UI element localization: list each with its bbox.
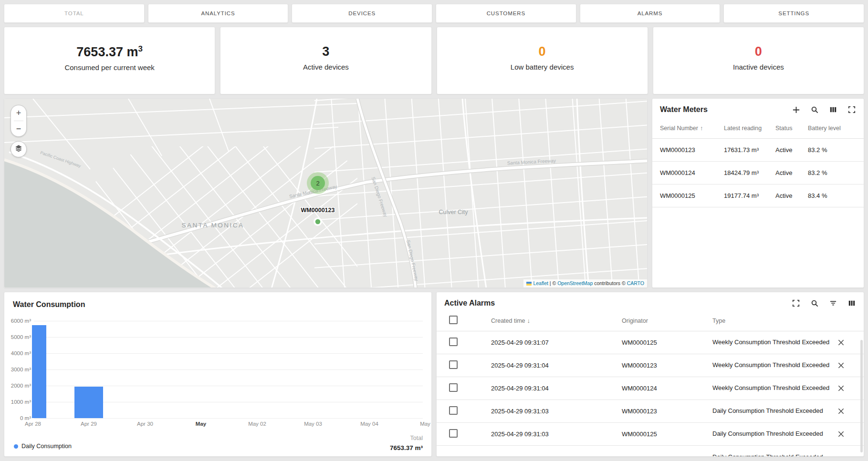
leaflet-link[interactable]: Leaflet bbox=[533, 280, 548, 286]
row-checkbox[interactable] bbox=[449, 429, 458, 438]
scrollbar-thumb[interactable] bbox=[860, 340, 863, 452]
ukraine-flag-icon bbox=[526, 282, 532, 286]
tab-devices[interactable]: DEVICES bbox=[292, 4, 432, 23]
fullscreen-icon[interactable] bbox=[847, 105, 856, 114]
table-row[interactable]: WM0000124 18424.79 m³ Active 83.2 % bbox=[652, 162, 864, 184]
openstreetmap-link[interactable]: OpenStreetMap bbox=[557, 280, 593, 286]
columns-icon[interactable] bbox=[847, 299, 856, 307]
tab-alarms[interactable]: ALARMS bbox=[580, 4, 721, 23]
table-row[interactable]: WM0000123 17631.73 m³ Active 83.2 % bbox=[652, 139, 864, 162]
clear-alarm-button[interactable] bbox=[835, 429, 847, 440]
zoom-out-button[interactable]: − bbox=[11, 121, 26, 136]
alarms-column-headers: Created time↓ Originator Type bbox=[437, 310, 864, 331]
kpi-row: 7653.37 m3 Consumed per current week 3 A… bbox=[4, 27, 864, 94]
tab-customers[interactable]: CUSTOMERS bbox=[436, 4, 576, 23]
dashboard-state-tabs: TOTAL ANALYTICS DEVICES CUSTOMERS ALARMS… bbox=[4, 4, 864, 23]
tab-total-label: TOTAL bbox=[64, 10, 84, 16]
tab-customers-label: CUSTOMERS bbox=[487, 10, 525, 16]
map-canvas[interactable]: Pacific Coast Highway Santa Monica Freew… bbox=[4, 99, 648, 288]
alarm-row[interactable]: 2025-04-29 09:31:04 WM0000124 Weekly Con… bbox=[437, 377, 864, 400]
total-label: Total bbox=[390, 435, 423, 441]
tab-settings[interactable]: SETTINGS bbox=[723, 4, 864, 23]
city-label-santa-monica: SANTA MONICA bbox=[181, 222, 244, 229]
alarm-row[interactable]: 2025-04-29 09:31:03 WM0000125 Daily Cons… bbox=[437, 423, 864, 446]
table-row[interactable]: WM0000125 19177.74 m³ Active 83.4 % bbox=[652, 184, 864, 207]
alarms-header: Active Alarms bbox=[437, 292, 864, 307]
row-checkbox[interactable] bbox=[449, 338, 458, 346]
y-tick: 2000 m³ bbox=[6, 383, 31, 389]
cell-type: Daily Consumption Threshold Exceeded bbox=[712, 407, 835, 415]
chart-total: Total 7653.37 m³ bbox=[390, 435, 423, 451]
fullscreen-icon[interactable] bbox=[792, 299, 800, 307]
tab-total[interactable]: TOTAL bbox=[4, 4, 145, 23]
layers-icon bbox=[14, 144, 23, 154]
chart-legend[interactable]: Daily Consumption bbox=[14, 443, 72, 450]
clear-alarm-button[interactable] bbox=[835, 360, 847, 371]
x-tick: May 04 bbox=[349, 421, 389, 427]
add-entity-button[interactable] bbox=[792, 105, 800, 114]
water-meters-header: Water Meters bbox=[652, 99, 864, 114]
alarms-title: Active Alarms bbox=[444, 299, 495, 307]
devices-map[interactable]: Pacific Coast Highway Santa Monica Freew… bbox=[4, 98, 648, 288]
cell-originator: WM0000125 bbox=[622, 430, 712, 438]
attribution-sep1: | © bbox=[548, 280, 557, 286]
cell-created-time: 2025-04-29 09:31:03 bbox=[491, 408, 622, 415]
kpi-active-label: Active devices bbox=[303, 63, 349, 71]
water-meters-widget: Water Meters Serial Number↑ Latest readi… bbox=[652, 98, 864, 288]
cell-battery: 83.2 % bbox=[808, 169, 856, 176]
clear-alarm-button[interactable] bbox=[835, 383, 847, 394]
filter-icon[interactable] bbox=[829, 299, 837, 307]
cell-type: Daily Consumption Threshold Exceeded bbox=[712, 453, 835, 457]
tab-analytics[interactable]: ANALYTICS bbox=[148, 4, 289, 23]
map-layers-button[interactable] bbox=[10, 141, 27, 157]
water-meters-actions bbox=[792, 105, 856, 114]
columns-icon[interactable] bbox=[829, 105, 837, 114]
column-battery-level[interactable]: Battery level bbox=[808, 125, 856, 132]
clear-alarm-button[interactable] bbox=[835, 337, 847, 348]
column-latest-reading[interactable]: Latest reading bbox=[724, 125, 775, 132]
y-tick: 3000 m³ bbox=[6, 367, 31, 372]
cell-type: Daily Consumption Threshold Exceeded bbox=[712, 430, 835, 438]
column-serial-number[interactable]: Serial Number↑ bbox=[660, 124, 724, 132]
cell-created-time: 2025-04-29 09:31:04 bbox=[491, 362, 622, 369]
alarm-row[interactable]: 2025-04-29 09:31:07 WM0000125 Weekly Con… bbox=[437, 331, 864, 354]
search-icon[interactable] bbox=[810, 105, 819, 114]
cell-originator: WM0000123 bbox=[622, 408, 712, 415]
cluster-marker[interactable]: 2 bbox=[307, 172, 329, 194]
city-label-culver-city: Culver City bbox=[439, 209, 468, 215]
column-status[interactable]: Status bbox=[775, 125, 808, 132]
cell-type: Weekly Consumption Threshold Exceeded bbox=[712, 384, 835, 392]
kpi-active-value: 3 bbox=[322, 45, 329, 58]
kpi-consumed-value: 7653.37 m3 bbox=[76, 45, 143, 59]
sort-desc-icon: ↓ bbox=[527, 317, 531, 324]
bar-apr-29[interactable] bbox=[74, 387, 103, 418]
column-created-time[interactable]: Created time↓ bbox=[491, 317, 622, 324]
zoom-in-button[interactable]: + bbox=[11, 105, 26, 121]
x-tick: May 03 bbox=[293, 421, 333, 427]
clear-alarm-button[interactable] bbox=[835, 406, 847, 417]
alarm-row[interactable]: 2025-04-29 09:31:03 WM0000123 Daily Cons… bbox=[437, 400, 864, 423]
sort-asc-icon: ↑ bbox=[700, 124, 703, 132]
alarm-row[interactable]: 2025-04-29 09:31:04 WM0000123 Weekly Con… bbox=[437, 354, 864, 377]
bar-apr-28[interactable] bbox=[32, 325, 46, 419]
total-value: 7653.37 m³ bbox=[390, 444, 423, 451]
search-icon[interactable] bbox=[810, 299, 819, 307]
row-checkbox[interactable] bbox=[449, 360, 458, 369]
carto-link[interactable]: CARTO bbox=[627, 280, 644, 286]
select-all-checkbox[interactable] bbox=[449, 316, 458, 324]
cell-battery: 83.4 % bbox=[808, 192, 856, 199]
kpi-inactive-devices: 0 Inactive devices bbox=[653, 27, 864, 94]
cell-originator: WM0000123 bbox=[622, 362, 712, 369]
y-tick: 6000 m³ bbox=[6, 318, 31, 324]
cell-reading: 18424.79 m³ bbox=[724, 169, 775, 176]
cell-reading: 17631.73 m³ bbox=[724, 146, 775, 154]
column-type[interactable]: Type bbox=[712, 318, 835, 324]
row-checkbox[interactable] bbox=[449, 383, 458, 392]
kpi-consumed-label: Consumed per current week bbox=[64, 63, 154, 72]
cell-type: Weekly Consumption Threshold Exceeded bbox=[712, 361, 835, 369]
kpi-low-battery-label: Low battery devices bbox=[511, 63, 574, 71]
alarm-row-clipped[interactable]: Daily Consumption Threshold Exceeded bbox=[437, 446, 864, 457]
cell-originator: WM0000125 bbox=[622, 339, 712, 346]
column-originator[interactable]: Originator bbox=[622, 318, 712, 324]
row-checkbox[interactable] bbox=[449, 406, 458, 415]
